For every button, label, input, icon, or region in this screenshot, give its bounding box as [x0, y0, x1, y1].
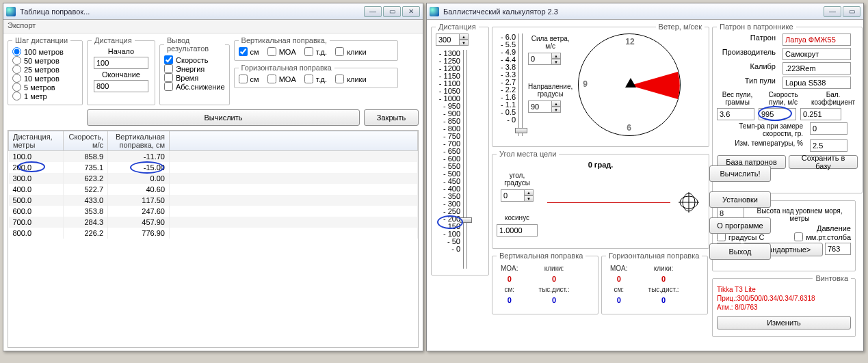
results-table-container: Дистанция, метры Скорость, м/с Вертикаль… [8, 130, 419, 348]
step-radio-10[interactable]: 10 метров [12, 74, 78, 83]
table-row[interactable]: 100.0858.9-11.70 [9, 151, 418, 163]
distance-start-input[interactable] [94, 57, 148, 69]
check-abs[interactable]: Абс.снижение [164, 82, 225, 91]
menu-export[interactable]: Экспорт [8, 21, 36, 29]
cartridge-name-input[interactable] [782, 33, 851, 46]
wind-slider[interactable] [518, 33, 523, 136]
vertical-correction-group: Вертикальная поправка, см MOA т.д. клики [234, 36, 398, 61]
distance-panel: Дистанция ▲▼ - 1300- 1250- 1200- 1150- 1… [431, 23, 489, 275]
angle-spinner[interactable]: ▲▼ [501, 189, 534, 202]
exit-button[interactable]: Выход [709, 243, 771, 260]
table-row[interactable]: 200.0735.1-15.00 [9, 162, 418, 173]
rifle-line2: Приц.:300/500/0.34/0.34/7.6318 [717, 294, 851, 303]
temp-change-input[interactable] [810, 139, 847, 152]
step-distance-group: Шаг дистанции 100 метров 50 метров 25 ме… [8, 36, 83, 105]
minimize-button[interactable]: — [824, 6, 841, 17]
calculate-button[interactable]: Вычислить [87, 109, 360, 126]
step-radio-100[interactable]: 100 метров [12, 47, 78, 56]
corrections-table-window: Таблица поправок... — ▭ ✕ Экспорт Шаг ди… [3, 3, 423, 351]
caliber-input[interactable] [782, 62, 851, 75]
wind-panel: Ветер, м/сек - 6.0- 5.5- 4.9- 4.4- 3.8- … [492, 23, 709, 147]
horizontal-correction-group: Горизонтальная поправка см MOA т.д. клик… [234, 64, 398, 88]
close-table-button[interactable]: Закрыть [364, 109, 419, 126]
hcorr-td[interactable]: т.д. [304, 75, 327, 83]
maker-input[interactable] [782, 48, 851, 60]
compass-arrow-icon [625, 78, 636, 88]
hcorr-clicks[interactable]: клики [335, 75, 366, 83]
bullet-speed-input[interactable] [759, 108, 796, 120]
wind-dir-spinner[interactable]: ▲▼ [528, 100, 573, 113]
about-button[interactable]: О программе [709, 217, 771, 234]
right-window-title: Баллистический калькулятор 2.3 [443, 8, 824, 16]
angle-zero-label: 0 град. [497, 161, 705, 169]
distance-spinner[interactable]: ▲▼ [436, 33, 469, 46]
vcorr-clicks[interactable]: клики [335, 47, 366, 56]
hcorr-cm[interactable]: см [239, 75, 259, 83]
cosine-input[interactable] [497, 224, 538, 237]
app-icon [430, 7, 439, 16]
distance-slider[interactable] [463, 50, 467, 269]
maximize-button[interactable]: ▭ [383, 6, 401, 17]
main-calc-button[interactable]: Вычислить! [709, 165, 771, 182]
app-icon [6, 7, 16, 16]
target-angle-panel: Угол места цели 0 град. угол, градусы ▲▼… [492, 150, 709, 249]
vcorr-cm[interactable]: см [239, 47, 259, 56]
vcorr-moa[interactable]: MOA [267, 47, 296, 56]
output-results-group: Вывод результатов Скорость Энергия Время… [159, 36, 230, 105]
bullet-type-input[interactable] [782, 77, 851, 89]
step-legend: Шаг дистанции [12, 36, 70, 44]
vertical-correction-output: Вертикальная поправка MOA:0см:0 клики:0т… [492, 252, 599, 314]
table-row[interactable]: 400.0522.740.60 [9, 184, 418, 195]
table-row[interactable]: 300.0623.20.00 [9, 173, 418, 184]
rifle-line1: Tikka T3 Lite [717, 285, 851, 294]
check-energy[interactable]: Энергия [164, 64, 225, 73]
wind-force-spinner[interactable]: ▲▼ [528, 53, 573, 65]
distance-end-input[interactable] [94, 80, 148, 92]
table-row[interactable]: 700.0284.3457.90 [9, 217, 418, 228]
rifle-line3: Атм.: 8/0/763 [717, 303, 851, 312]
ballistic-calculator-window: Баллистический калькулятор 2.3 — ▭ Диста… [426, 3, 864, 351]
left-titlebar: Таблица поправок... — ▭ ✕ [3, 3, 423, 20]
right-titlebar: Баллистический калькулятор 2.3 — ▭ [427, 3, 863, 20]
pressure-input[interactable] [825, 243, 851, 255]
measure-temp-input[interactable] [810, 122, 847, 135]
close-button[interactable]: ✕ [402, 6, 420, 17]
crosshair-icon [679, 192, 699, 213]
left-menubar: Экспорт [3, 20, 423, 33]
rifle-panel: Винтовка Tikka T3 Lite Приц.:300/500/0.3… [712, 274, 856, 337]
save-db-button[interactable]: Сохранить в базу [789, 155, 858, 169]
wind-compass[interactable]: 12 3 6 9 [578, 33, 681, 136]
bc-input[interactable] [800, 108, 841, 120]
table-row[interactable]: 600.0353.8247.60 [9, 206, 418, 217]
left-window-title: Таблица поправок... [20, 8, 364, 16]
change-rifle-button[interactable]: Изменить [717, 316, 851, 330]
maximize-button[interactable]: ▭ [843, 6, 860, 17]
step-radio-25[interactable]: 25 метров [12, 65, 78, 74]
vcorr-td[interactable]: т.д. [304, 47, 327, 56]
hcorr-moa[interactable]: MOA [267, 75, 296, 83]
bullet-weight-input[interactable] [717, 108, 754, 120]
results-table: Дистанция, метры Скорость, м/с Вертикаль… [8, 131, 418, 239]
check-speed[interactable]: Скорость [164, 55, 225, 64]
table-row[interactable]: 500.0433.0117.50 [9, 195, 418, 206]
settings-button[interactable]: Установки [709, 191, 771, 208]
check-mmhg[interactable]: мм.рт.столба [794, 232, 851, 241]
step-radio-5[interactable]: 5 метров [12, 83, 78, 92]
step-radio-1[interactable]: 1 метр [12, 92, 78, 100]
table-row[interactable]: 800.0226.2776.90 [9, 228, 418, 239]
step-radio-50[interactable]: 50 метров [12, 56, 78, 65]
minimize-button[interactable]: — [364, 6, 382, 17]
horizontal-correction-output: Горизонтальная поправка MOA:0см:0 клики:… [601, 252, 708, 314]
distance-group: Дистанция Начало Окончание [87, 36, 155, 105]
check-time[interactable]: Время [164, 73, 225, 82]
